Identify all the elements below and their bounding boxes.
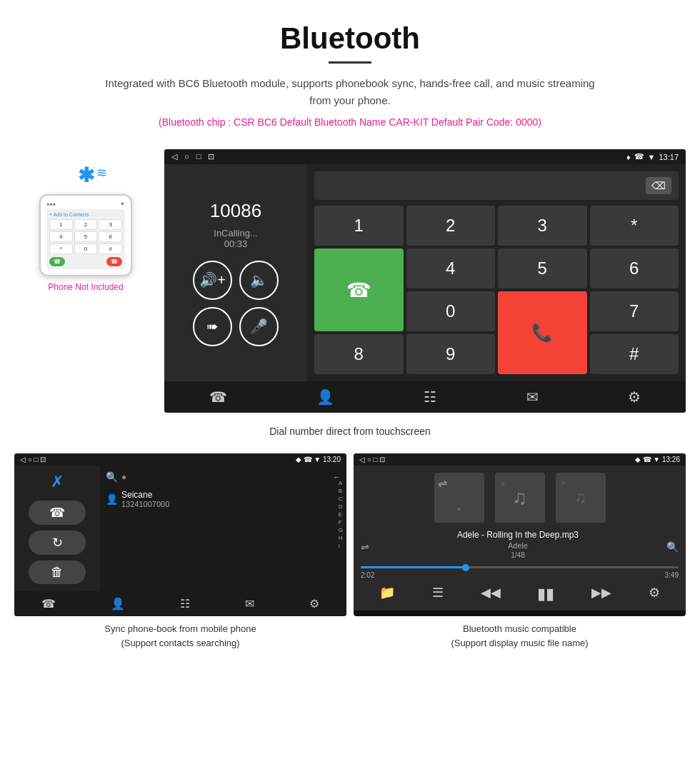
music-next-icon[interactable]: ▶▶ [591,585,611,603]
phone-key-3: 3 [99,219,122,230]
backspace-button[interactable]: ⌫ [646,177,671,194]
toolbar-contacts-icon[interactable]: 👤 [316,388,334,406]
music-caption: Bluetooth music compatible (Support disp… [354,616,686,655]
pb-alpha-a: A [339,480,343,486]
music-album-right: ♫ ● [556,473,606,523]
toolbar-settings-icon[interactable]: ⚙ [628,388,641,406]
dial-number-display: 10086 [210,200,261,222]
android-status-bar: ◁ ○ □ ⊡ ♦ ☎ ▼ 13:17 [164,149,686,164]
music-track-info: 1/48 [457,551,579,559]
music-play-icon[interactable]: ▮▮ [537,585,554,603]
wifi-icon: ▼ [648,153,656,161]
kp-6[interactable]: 6 [590,248,679,288]
pb-toolbar-contacts[interactable]: 👤 [111,597,125,610]
phone-key-5: 5 [74,231,98,242]
volume-up-button[interactable]: 🔊+ [193,261,232,300]
nav-home-icon: ○ [184,152,189,161]
dial-container: 10086 InCalling... 00:33 🔊+ 🔈 ➠ 🎤 ⌫ 1 [164,164,686,381]
pb-caption: Sync phone-book from mobile phone (Suppo… [14,616,346,655]
main-android-screen: ◁ ○ □ ⊡ ♦ ☎ ▼ 13:17 10086 InCalling... 0… [164,149,686,413]
music-folder-icon[interactable]: 📁 [379,585,395,603]
pb-search-row: 🔍 ● ← [106,471,341,483]
toolbar-calls-icon[interactable]: ☎ [209,388,227,406]
kp-0[interactable]: 0 [406,291,496,331]
main-bottom-toolbar: ☎ 👤 ☷ ✉ ⚙ [164,381,686,413]
status-bar-left: ◁ ○ □ ⊡ [171,152,214,161]
pb-bottom-toolbar: ☎ 👤 ☷ ✉ ⚙ [14,591,346,616]
call-timer-display: 00:33 [224,238,248,249]
pb-caption-line1: Sync phone-book from mobile phone [104,623,256,634]
music-song-title: Adele - Rolling In the Deep.mp3 [457,530,579,540]
music-screen: ◁ ○ □ ⊡ ◆ ☎ ▼ 13:26 ⇌ ● ♫ ● ♫ ● [354,453,686,616]
kp-7[interactable]: 7 [590,291,679,331]
kp-1[interactable]: 1 [314,206,404,246]
pb-search-icon: 🔍 [106,471,118,483]
phone-top-bar: ●●● ▼ [46,201,125,206]
music-eq-icon[interactable]: ⚙ [649,585,660,603]
phone-screen: + Add to Contacts 1 2 3 4 5 6 * 0 # ☎ ☎ [46,209,125,269]
toolbar-keypad-icon[interactable]: ☷ [424,388,436,406]
phone-call-buttons: ☎ ☎ [49,257,122,266]
kp-3[interactable]: 3 [498,206,587,246]
pb-toolbar-calls[interactable]: ☎ [41,597,56,610]
pb-caption-line2: (Support contacts searching) [121,638,239,648]
kp-4[interactable]: 4 [406,248,496,288]
music-content: ⇌ ● ♫ ● ♫ ● ⇌ Adele - Rolling In t [354,466,686,610]
pb-contact-row: 👤 Seicane 13241007000 [106,487,341,511]
pb-toolbar-keypad[interactable]: ☷ [180,597,190,610]
pb-bluetooth-icon: ✗ [51,473,64,491]
pb-contact-name: Seicane [121,490,169,500]
pb-contact-person-icon: 👤 [106,493,118,505]
pb-nav-icons: ◁ ○ □ ⊡ [20,456,46,463]
location-icon: ♦ [626,153,631,161]
pb-alpha-d: D [339,503,343,510]
dial-input-row: ⌫ [314,171,679,200]
music-item: ◁ ○ □ ⊡ ◆ ☎ ▼ 13:26 ⇌ ● ♫ ● ♫ ● [354,453,686,655]
kp-call-green[interactable]: ☎ [314,248,404,331]
phone-key-2: 2 [74,219,98,230]
music-dot-right-icon: ● [561,478,566,486]
pb-contact-details: Seicane 13241007000 [121,490,169,508]
pb-delete-btn[interactable]: 🗑 [29,561,86,584]
dial-right-panel: ⌫ 1 2 3 * ☎ 4 5 6 0 📞 7 8 9 # [307,164,686,381]
music-list-icon[interactable]: ☰ [432,585,444,603]
music-progress-dot [462,564,469,571]
volume-down-button[interactable]: 🔈 [239,261,279,300]
kp-star[interactable]: * [590,206,679,246]
nav-recent-icon: □ [196,152,201,161]
phone-key-star: * [49,243,73,254]
pb-refresh-btn[interactable]: ↻ [29,531,86,555]
phone-key-0: 0 [74,243,98,254]
music-title-row: ⇌ Adele - Rolling In the Deep.mp3 Adele … [361,530,679,563]
title-underline [329,61,371,64]
transfer-button[interactable]: ➠ [193,307,232,346]
toolbar-messages-icon[interactable]: ✉ [526,388,539,406]
kp-end-red[interactable]: 📞 [498,291,587,374]
pb-call-btn[interactable]: ☎ [29,501,86,525]
pb-toolbar-settings[interactable]: ⚙ [309,597,319,610]
pb-toolbar-messages[interactable]: ✉ [245,597,254,610]
music-search-btn[interactable]: 🔍 [666,541,679,553]
music-shuffle-btn[interactable]: ⇌ [361,541,369,553]
kp-8[interactable]: 8 [314,334,404,374]
phone-end-button: ☎ [106,257,122,266]
kp-hash[interactable]: # [590,334,679,374]
kp-5[interactable]: 5 [498,248,587,288]
music-time-current: 2:02 [361,571,374,579]
pb-status-right: ◆ ☎ ▼ 13:20 [296,456,341,463]
bt-waves-icon: ≋ [96,165,107,181]
mute-button[interactable]: 🎤 [239,307,279,346]
kp-9[interactable]: 9 [406,334,496,374]
music-prev-icon[interactable]: ◀◀ [481,585,501,603]
pb-alpha-c: C [339,496,343,502]
phone-mock: ●●● ▼ + Add to Contacts 1 2 3 4 5 6 * 0 … [39,194,132,276]
pb-main-area: 🔍 ● ← 👤 Seicane 13241007000 A B [100,466,346,591]
pb-alpha-i: I [339,543,343,549]
pb-grey-dot: ● [121,472,126,482]
kp-2[interactable]: 2 [406,206,496,246]
music-album-left: ⇌ ● [434,473,484,523]
music-progress-fill [361,566,466,568]
add-contacts-label: + Add to Contacts [49,212,122,217]
page-title: Bluetooth [14,21,686,56]
phone-carrier: ●●● [46,201,56,206]
